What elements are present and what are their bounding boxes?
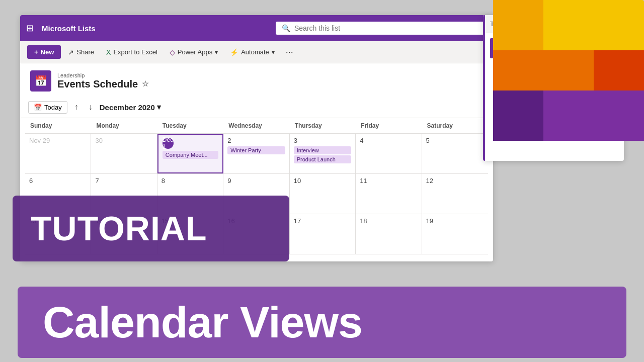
title-area: Leadership Events Schedule ☆ [57, 72, 148, 90]
search-bar[interactable]: 🔍 [276, 22, 487, 35]
logo-block-yellow [543, 0, 644, 50]
page-title: Events Schedule ☆ [57, 78, 148, 90]
toolbar: + New ↗ Share X Export to Excel ◇ Power … [20, 41, 493, 63]
calendar-icon: 📅 [35, 75, 47, 87]
day-saturday: Saturday [422, 118, 488, 133]
logo-block-light-orange [493, 0, 543, 50]
cell-date-number: 3 [294, 137, 351, 144]
calendar-cell[interactable]: 17 [290, 214, 356, 254]
list-icon: 📅 [30, 70, 51, 92]
cell-date-number: Dec 1 [163, 138, 174, 149]
today-button[interactable]: 📅 Today [28, 101, 67, 114]
powerapps-icon: ◇ [170, 48, 175, 56]
calendar-cell[interactable]: 5 [422, 134, 488, 173]
cell-date-number: 30 [95, 137, 152, 144]
cell-date-number: 4 [360, 137, 417, 144]
tutorial-banner: TUTORIAL [13, 196, 289, 261]
prev-month-button[interactable]: ↑ [71, 101, 82, 114]
export-button[interactable]: X Export to Excel [101, 46, 163, 59]
next-month-button[interactable]: ↓ [86, 101, 96, 114]
top-navigation: ⊞ Microsoft Lists 🔍 [20, 15, 493, 41]
calendar-header: 📅 Today ↑ ↓ December 2020 ▾ [20, 97, 493, 118]
calendar-cell[interactable]: 12 [422, 174, 488, 214]
day-wednesday: Wednesday [223, 118, 289, 133]
panel-accent-bar [483, 15, 485, 161]
calendar-cell[interactable]: 2Winter Party [223, 134, 289, 173]
day-tuesday: Tuesday [157, 118, 223, 133]
cell-date-number: 17 [294, 217, 351, 225]
event-chip[interactable]: Interview [294, 146, 351, 154]
cell-date-number: 5 [426, 137, 484, 144]
cell-date-number: 8 [162, 177, 219, 185]
more-options-button[interactable]: ··· [282, 45, 297, 59]
days-header: Sunday Monday Tuesday Wednesday Thursday… [25, 118, 488, 134]
new-button[interactable]: + New [27, 45, 61, 59]
grid-icon[interactable]: ⊞ [26, 23, 34, 34]
calendar-cell[interactable]: 11 [356, 174, 422, 214]
cell-date-number: 7 [95, 177, 152, 185]
chevron-down-icon3: ▾ [157, 103, 161, 112]
cell-date-number: 19 [426, 217, 484, 225]
calendar-views-banner: Calendar Views [18, 287, 626, 358]
favorite-star-icon[interactable]: ☆ [142, 79, 148, 88]
logo-block-dark-purple [493, 90, 543, 141]
calendar-cell[interactable]: 30 [91, 134, 157, 173]
day-friday: Friday [356, 118, 422, 133]
excel-icon: X [106, 48, 111, 56]
calendar-cell[interactable]: Nov 29 [25, 134, 91, 173]
cell-date-number: Nov 29 [29, 137, 87, 144]
event-chip[interactable]: Company Meet... [163, 151, 218, 159]
logo-block-red [594, 50, 644, 90]
powerapps-button[interactable]: ◇ Power Apps ▾ [165, 46, 223, 59]
month-selector[interactable]: December 2020 ▾ [100, 103, 161, 112]
brand-name: Microsoft Lists [42, 24, 96, 33]
calendar-views-text: Calendar Views [43, 297, 601, 348]
automate-icon: ⚡ [230, 48, 238, 56]
share-button[interactable]: ↗ Share [63, 46, 99, 59]
search-icon: 🔍 [282, 24, 290, 32]
day-monday: Monday [91, 118, 157, 133]
calendar-small-icon: 📅 [34, 104, 42, 111]
chevron-down-icon: ▾ [215, 49, 218, 56]
cell-date-number: 11 [360, 177, 417, 185]
calendar-cell[interactable]: Dec 1Company Meet... [157, 134, 223, 173]
microsoft-lists-logo [493, 0, 644, 161]
event-chip[interactable]: Winter Party [227, 146, 285, 154]
day-thursday: Thursday [290, 118, 356, 133]
calendar-cell[interactable]: 3InterviewProduct Launch [290, 134, 356, 173]
breadcrumb: Leadership [57, 72, 148, 78]
cell-date-number: 6 [29, 177, 87, 185]
calendar-cell[interactable]: 18 [356, 214, 422, 254]
chevron-down-icon2: ▾ [272, 49, 275, 56]
cell-date-number: 10 [294, 177, 351, 185]
share-icon: ↗ [68, 48, 74, 56]
tutorial-text: TUTORIAL [31, 210, 271, 247]
calendar-cell[interactable]: 19 [422, 214, 488, 254]
search-input[interactable] [294, 24, 481, 32]
event-chip[interactable]: Product Launch [294, 155, 351, 163]
page-header: 📅 Leadership Events Schedule ☆ [20, 63, 493, 97]
calendar-cell[interactable]: 10 [290, 174, 356, 214]
cell-date-number: 9 [227, 177, 285, 185]
calendar-cell[interactable]: 4 [356, 134, 422, 173]
automate-button[interactable]: ⚡ Automate ▾ [225, 46, 280, 59]
logo-block-purple [543, 90, 644, 141]
cell-date-number: 2 [227, 137, 285, 144]
plus-icon: + [34, 48, 38, 56]
logo-block-orange [493, 50, 594, 90]
cell-date-number: 18 [360, 217, 417, 225]
calendar-week-0: Nov 2930Dec 1Company Meet...2Winter Part… [25, 134, 488, 174]
day-sunday: Sunday [25, 118, 91, 133]
cell-date-number: 12 [426, 177, 484, 185]
